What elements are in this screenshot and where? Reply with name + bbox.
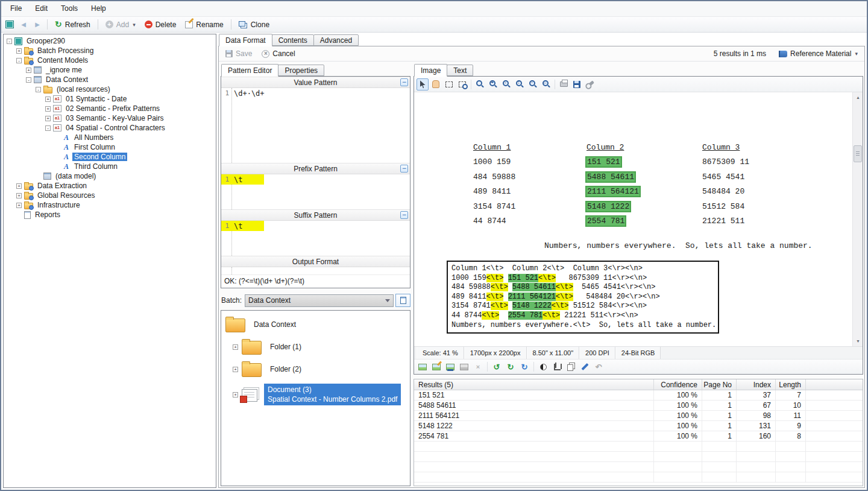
- tree-item-04-spatial-control-characters[interactable]: -04 Spatial - Control Characters: [4, 123, 216, 133]
- select-tool-button[interactable]: [417, 78, 429, 90]
- tree-item-data-extraction[interactable]: +Data Extraction: [4, 181, 216, 191]
- menu-tools[interactable]: Tools: [54, 1, 84, 16]
- tree-item-all-numbers[interactable]: All Numbers: [4, 133, 216, 142]
- draw-annotation-button[interactable]: [579, 361, 591, 373]
- results-row[interactable]: [414, 462, 863, 472]
- batch-item-folder-1[interactable]: +Folder (1): [233, 339, 409, 355]
- results-row[interactable]: 151 521100 %1377: [414, 390, 863, 401]
- image-settings-button[interactable]: [584, 78, 596, 90]
- collapse-icon[interactable]: −: [400, 211, 408, 219]
- invert-colors-button[interactable]: [537, 361, 549, 373]
- expand-toggle-icon[interactable]: +: [26, 68, 31, 73]
- collapse-toggle-icon[interactable]: -: [7, 39, 12, 44]
- zoom-in-tool-button[interactable]: [487, 78, 499, 90]
- batch-item-document-3[interactable]: +Document (3)Spatial Context - Number Co…: [233, 384, 409, 405]
- cancel-button[interactable]: Cancel: [257, 48, 299, 59]
- tree-item-ignore-me[interactable]: +_ignore me: [4, 65, 216, 75]
- open-batch-button[interactable]: [395, 294, 410, 307]
- print-button[interactable]: [558, 78, 570, 90]
- magnifier-tool-button[interactable]: [474, 78, 486, 90]
- results-row[interactable]: 5148 1222100 %11319: [414, 421, 863, 431]
- nav-back-button[interactable]: ◀: [17, 18, 30, 31]
- tree-item-batch-processing[interactable]: +Batch Processing: [4, 46, 216, 55]
- select-region-tool-button[interactable]: [443, 78, 455, 90]
- zoom-fit-page-tool-button[interactable]: [527, 78, 539, 90]
- tree-item-content-models[interactable]: -Content Models: [4, 55, 216, 65]
- collapse-icon[interactable]: −: [400, 165, 408, 173]
- delete-button[interactable]: Delete: [140, 19, 181, 30]
- tree-item-02-semantic-prefix-patterns[interactable]: +02 Semantic - Prefix Patterns: [4, 104, 216, 113]
- reprocess-button[interactable]: ↻: [518, 361, 530, 373]
- expand-toggle-icon[interactable]: +: [45, 116, 51, 121]
- clone-button[interactable]: Clone: [234, 19, 274, 30]
- tree-item-data-model[interactable]: (data model): [4, 171, 216, 181]
- reference-material-button[interactable]: Reference Material ▾: [775, 48, 862, 59]
- section-body-value-pattern[interactable]: 1\d+·\d+: [221, 88, 410, 163]
- menu-file[interactable]: File: [4, 1, 28, 16]
- tree-item-data-context[interactable]: -Data Context: [4, 75, 216, 84]
- tree-item-second-column[interactable]: Second Column: [4, 152, 216, 162]
- results-row[interactable]: 5488 54611100 %16710: [414, 401, 863, 411]
- section-body-prefix-pattern[interactable]: 1\t: [221, 174, 410, 209]
- collapse-toggle-icon[interactable]: -: [36, 87, 41, 92]
- save-region-button[interactable]: [444, 361, 456, 373]
- tree-item-infrastructure[interactable]: +Infrastructure: [4, 200, 216, 210]
- results-row[interactable]: [414, 452, 863, 462]
- tree-item-03-semantic-key-value-pairs[interactable]: +03 Semantic - Key-Value Pairs: [4, 113, 216, 123]
- document-viewer[interactable]: Column 1Column 2Column 31000 159151 5218…: [414, 92, 863, 346]
- tab-properties[interactable]: Properties: [278, 65, 324, 76]
- tree-item-global-resources[interactable]: +Global Resources: [4, 191, 216, 200]
- rotate-left-button[interactable]: ↺: [491, 361, 503, 373]
- expand-toggle-icon[interactable]: +: [16, 48, 22, 54]
- scrollbar-thumb[interactable]: [854, 145, 862, 162]
- nav-forward-button[interactable]: ▶: [31, 18, 44, 31]
- tab-data-format[interactable]: Data Format: [219, 34, 272, 46]
- refresh-button[interactable]: ↻Refresh: [51, 19, 95, 30]
- add-button[interactable]: Add▾: [101, 19, 140, 30]
- expand-toggle-icon[interactable]: +: [16, 193, 22, 198]
- results-column-header-index[interactable]: Index: [737, 379, 776, 390]
- image-disabled-button[interactable]: [458, 361, 470, 373]
- collapse-toggle-icon[interactable]: -: [16, 58, 22, 63]
- zoom-fit-width-tool-button[interactable]: [540, 78, 552, 90]
- viewer-scrollbar[interactable]: ▲ ▼: [852, 92, 863, 346]
- tab-contents[interactable]: Contents: [272, 34, 314, 46]
- tree-item-local-resources[interactable]: -(local resources): [4, 84, 216, 94]
- results-column-header-confidence[interactable]: Confidence: [654, 379, 702, 390]
- tree-item-first-column[interactable]: First Column: [4, 142, 216, 152]
- collapse-toggle-icon[interactable]: -: [45, 125, 51, 131]
- tab-image[interactable]: Image: [414, 64, 447, 77]
- batch-item-data-context[interactable]: Data Context: [225, 317, 409, 332]
- section-body-suffix-pattern[interactable]: 1\t: [221, 221, 410, 256]
- tree-item-grooper290[interactable]: -Grooper290: [4, 36, 216, 46]
- tree-item-01-syntactic-date[interactable]: +01 Syntactic - Date: [4, 94, 216, 104]
- expand-toggle-icon[interactable]: +: [45, 97, 51, 102]
- undo-button[interactable]: ↶: [593, 361, 605, 373]
- save-image-button[interactable]: [571, 78, 583, 90]
- results-row[interactable]: 2554 781100 %11608: [414, 431, 863, 442]
- results-row[interactable]: 2111 564121100 %19811: [414, 411, 863, 421]
- results-row[interactable]: [414, 472, 863, 483]
- collapse-icon[interactable]: −: [400, 78, 408, 86]
- collapse-toggle-icon[interactable]: -: [26, 77, 31, 83]
- tab-pattern-editor[interactable]: Pattern Editor: [221, 64, 278, 77]
- zoom-region-tool-button[interactable]: [456, 78, 468, 90]
- expand-toggle-icon[interactable]: +: [16, 203, 22, 208]
- zoom-out-tool-button[interactable]: [500, 78, 512, 90]
- batch-item-folder-2[interactable]: +Folder (2): [233, 361, 409, 377]
- tree-item-third-column[interactable]: Third Column: [4, 162, 216, 171]
- extract-image-button[interactable]: [417, 361, 429, 373]
- results-column-header-page-no[interactable]: Page No: [702, 379, 737, 390]
- crop-button[interactable]: [551, 361, 563, 373]
- batch-grid-button[interactable]: [3, 18, 16, 31]
- zoom-dynamic-tool-button[interactable]: [514, 78, 526, 90]
- expand-toggle-icon[interactable]: +: [233, 392, 238, 398]
- results-column-header-results-5[interactable]: Results (5): [414, 379, 654, 390]
- delete-region-button[interactable]: ×: [472, 361, 484, 373]
- copy-region-button[interactable]: [565, 361, 577, 373]
- expand-toggle-icon[interactable]: +: [45, 106, 51, 112]
- expand-toggle-icon[interactable]: +: [233, 344, 238, 350]
- rotate-right-button[interactable]: ↻: [505, 361, 517, 373]
- results-column-header-length[interactable]: Length: [776, 379, 806, 390]
- section-body-output-format[interactable]: [221, 267, 410, 274]
